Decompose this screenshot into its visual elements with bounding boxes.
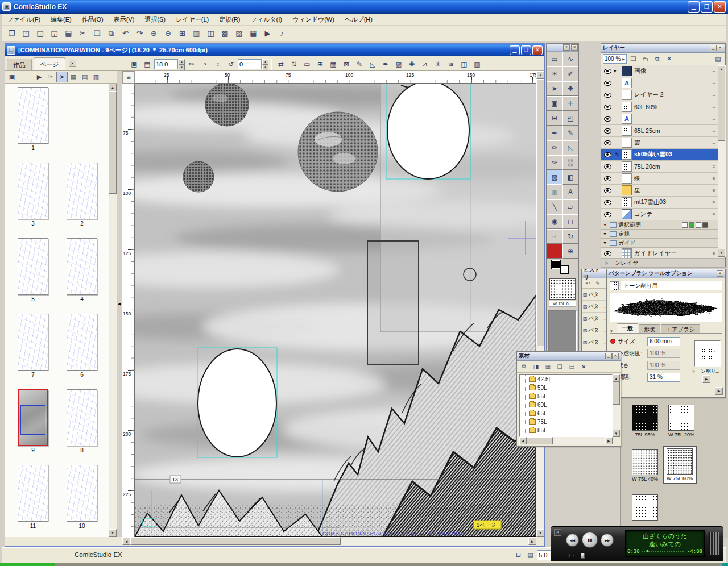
scrollbar-thumb[interactable] bbox=[527, 437, 553, 444]
menu-item[interactable]: 定規(R) bbox=[214, 14, 245, 25]
eraser-mode-button[interactable]: ◺ bbox=[366, 58, 379, 70]
tone-palette-button[interactable]: ▨ bbox=[232, 27, 246, 40]
materials-palette-titlebar[interactable]: 素材 ▁ ✕ bbox=[517, 352, 621, 361]
history-brush-icon[interactable]: ✎ bbox=[593, 279, 602, 288]
page-thumbnail[interactable]: 7 bbox=[9, 314, 57, 389]
layer-row[interactable]: ✎ 75L 20cm ≡ bbox=[601, 161, 718, 173]
text-tool[interactable]: A bbox=[562, 185, 578, 199]
layer-row[interactable]: ✎ 60L 60% ≡ bbox=[601, 101, 718, 113]
marker-tool[interactable]: ✎ bbox=[562, 126, 578, 140]
volume-slider[interactable] bbox=[573, 555, 619, 556]
layer-grip-icon[interactable]: ≡ bbox=[710, 69, 718, 74]
tone-swatch-image[interactable] bbox=[632, 449, 658, 475]
page-thumb-image[interactable] bbox=[18, 465, 48, 522]
page-thumbnail[interactable]: 11 bbox=[9, 465, 57, 537]
scroll-left-button[interactable]: ◀ bbox=[122, 537, 130, 545]
page-thumb-image[interactable] bbox=[18, 389, 48, 446]
rotate-dial-button[interactable]: ◔ bbox=[198, 58, 211, 70]
pen-tool[interactable]: ✒ bbox=[547, 126, 562, 140]
fill-tool[interactable]: ◧ bbox=[562, 170, 578, 185]
section-swatches[interactable] bbox=[681, 222, 708, 228]
inking-mode-button[interactable]: ✒ bbox=[379, 58, 392, 70]
material-folder-item[interactable]: 75L bbox=[520, 418, 612, 426]
palette-close-icon[interactable]: ✕ bbox=[717, 45, 723, 51]
page-thumbnail[interactable]: 9 bbox=[9, 389, 57, 465]
panel-cutter-tool[interactable]: ◰ bbox=[562, 111, 578, 126]
marquee-tool[interactable]: ▭ bbox=[547, 52, 562, 66]
scroll-up-button[interactable]: ▲ bbox=[536, 71, 544, 79]
start-button-edge[interactable] bbox=[0, 563, 55, 566]
layer-grip-icon[interactable]: ≡ bbox=[710, 212, 718, 217]
scroll-up-button[interactable]: ▲ bbox=[109, 84, 117, 91]
open-story-button[interactable]: ◳ bbox=[19, 27, 33, 40]
visibility-eye-icon[interactable] bbox=[602, 251, 613, 256]
tone-swatch-image[interactable] bbox=[632, 494, 658, 521]
detail-view-button[interactable]: ▥ bbox=[90, 72, 102, 82]
menu-item[interactable]: 編集(E) bbox=[46, 14, 77, 25]
doc-minimize-button[interactable]: ▁ bbox=[510, 45, 520, 55]
visibility-eye-icon[interactable] bbox=[602, 128, 613, 134]
scroll-down-button[interactable]: ▼ bbox=[109, 529, 117, 537]
scrollbar-thumb[interactable] bbox=[109, 91, 117, 194]
next-track-button[interactable]: ▶▶ bbox=[601, 534, 614, 547]
layer-section-row[interactable]: ▼ 定規 bbox=[601, 230, 718, 239]
selection-launcher-button[interactable]: ▭ bbox=[301, 58, 313, 70]
current-tone-swatch[interactable] bbox=[549, 278, 576, 300]
page-thumb-image[interactable] bbox=[18, 163, 48, 219]
option-value-input[interactable]: 100 % bbox=[647, 361, 680, 370]
delete-color-swatch[interactable] bbox=[547, 244, 562, 259]
layer-grip-icon[interactable]: ≡ bbox=[710, 200, 718, 205]
previous-track-button[interactable]: ◀◀ bbox=[566, 534, 579, 547]
panel-collapse-handle[interactable]: ◀ bbox=[117, 71, 122, 537]
view-grid-button[interactable]: ▣ bbox=[128, 58, 140, 70]
page-thumbnail[interactable]: 3 bbox=[9, 163, 57, 238]
expander-icon[interactable]: ▼ bbox=[603, 223, 610, 227]
object-selector-tool[interactable]: ➤ bbox=[547, 81, 562, 96]
page-thumbnail[interactable]: 1 bbox=[9, 87, 57, 163]
view-snap-button[interactable]: ▤ bbox=[141, 58, 154, 70]
scroll-down-button[interactable]: ▼ bbox=[536, 529, 544, 537]
page-thumbnail[interactable]: 8 bbox=[57, 389, 106, 465]
layer-row[interactable]: ✎ sk05薄い雲03 ≡ bbox=[601, 149, 718, 161]
rotate-view-tool[interactable]: ↻ bbox=[562, 229, 578, 244]
pen-pressure-button[interactable]: ✑ bbox=[185, 58, 198, 70]
panel-rectangle[interactable] bbox=[367, 241, 419, 365]
select-pen-tool[interactable]: ✐ bbox=[562, 66, 578, 81]
page-thumb-image[interactable] bbox=[67, 465, 97, 522]
history-undo-icon[interactable]: ↶ bbox=[583, 279, 592, 288]
reset-rotate-button[interactable]: ↺ bbox=[225, 58, 237, 70]
shape-tool[interactable]: ▱ bbox=[562, 199, 578, 214]
layer-row[interactable]: ✎ A ≡ bbox=[601, 77, 718, 89]
action-button[interactable]: ▶ bbox=[260, 27, 275, 40]
cut-button[interactable]: ✂ bbox=[76, 27, 90, 40]
panel-menu-button[interactable]: ▣ bbox=[6, 72, 18, 82]
new-layer-button[interactable]: ❏ bbox=[628, 54, 639, 64]
tone-swatch-item[interactable]: W 75L 20% bbox=[666, 405, 697, 438]
speech-balloon-left[interactable] bbox=[197, 348, 277, 457]
material-folder-item[interactable]: 85L bbox=[520, 426, 612, 435]
new-folder-button[interactable]: 🗀 bbox=[640, 54, 651, 64]
zoom-in-button[interactable]: ⊕ bbox=[147, 27, 161, 40]
option-value-input[interactable]: 6.00 mm bbox=[647, 337, 680, 346]
layer-opacity-combo[interactable]: 100 % ▶ bbox=[603, 54, 627, 64]
material-folder-item[interactable]: 50L bbox=[520, 384, 612, 392]
draft-mode-button[interactable]: ✎ bbox=[353, 58, 366, 70]
menu-item[interactable]: ウィンドウ(W) bbox=[287, 14, 340, 25]
material-delete-button[interactable]: ✕ bbox=[578, 362, 589, 371]
layers-scrollbar[interactable]: ▲ ▼ bbox=[718, 65, 726, 257]
player-close-icon[interactable]: ✕ bbox=[554, 529, 561, 536]
ruler-corner[interactable]: ⊞ bbox=[122, 71, 135, 84]
page-thumb-image[interactable] bbox=[67, 238, 97, 295]
page-manager-button[interactable]: ⊞ bbox=[175, 27, 189, 40]
grid-toggle-button[interactable]: ⊞ bbox=[314, 58, 326, 70]
horizontal-scrollbar[interactable]: ◀ ▶ bbox=[122, 537, 536, 545]
clear-selection-button[interactable]: ⊠ bbox=[340, 58, 353, 70]
tab-close-icon[interactable]: ✕ bbox=[69, 60, 76, 67]
layer-grip-icon[interactable]: ≡ bbox=[710, 164, 718, 169]
thumbnail-view-button[interactable]: ▦ bbox=[68, 72, 79, 82]
player-grip[interactable] bbox=[709, 532, 719, 556]
layer-grip-icon[interactable]: ≡ bbox=[710, 140, 718, 145]
expander-icon[interactable]: ▼ bbox=[603, 232, 610, 236]
pages-scrollbar[interactable]: ▲ ▼ bbox=[109, 84, 117, 537]
history-item[interactable]: ▨ パター... bbox=[582, 289, 607, 301]
